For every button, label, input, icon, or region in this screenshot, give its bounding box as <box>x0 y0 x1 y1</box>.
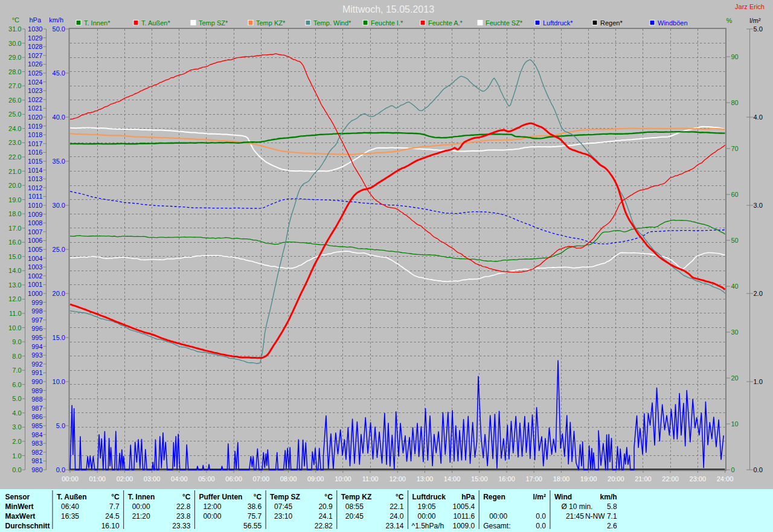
svg-text:20.9: 20.9 <box>318 502 333 511</box>
svg-text:10:00: 10:00 <box>335 475 351 482</box>
svg-text:1001: 1001 <box>28 281 42 288</box>
svg-text:00:00: 00:00 <box>132 502 150 511</box>
svg-text:9.0: 9.0 <box>12 338 21 345</box>
svg-text:Sensor: Sensor <box>5 493 30 501</box>
svg-text:50.0: 50.0 <box>53 25 65 33</box>
svg-text:16.0: 16.0 <box>8 239 21 246</box>
svg-text:22.8: 22.8 <box>176 502 191 511</box>
svg-text:22.1: 22.1 <box>390 502 404 511</box>
svg-text:°C: °C <box>396 493 404 501</box>
svg-text:Ø 10 min.: Ø 10 min. <box>561 502 592 511</box>
svg-text:70: 70 <box>731 145 739 152</box>
svg-text:20.0: 20.0 <box>8 182 21 189</box>
svg-text:0.0: 0.0 <box>754 466 763 473</box>
svg-text:983: 983 <box>31 440 42 447</box>
svg-text:18:00: 18:00 <box>553 475 570 482</box>
svg-text:km/h: km/h <box>49 16 63 24</box>
svg-text:19:05: 19:05 <box>418 502 436 511</box>
svg-text:1023: 1023 <box>28 87 42 94</box>
svg-text:Windböen: Windböen <box>658 19 688 27</box>
svg-text:02:00: 02:00 <box>117 475 133 482</box>
svg-text:21:45: 21:45 <box>566 512 584 521</box>
svg-text:1005: 1005 <box>28 246 42 253</box>
svg-text:30: 30 <box>731 328 739 336</box>
svg-text:995: 995 <box>31 334 42 341</box>
svg-text:1007: 1007 <box>28 228 42 236</box>
svg-text:40.0: 40.0 <box>53 114 65 121</box>
svg-text:21.0: 21.0 <box>8 168 21 175</box>
svg-text:5.0: 5.0 <box>56 422 65 429</box>
svg-text:1008: 1008 <box>28 219 42 226</box>
svg-text:17.0: 17.0 <box>8 225 21 232</box>
svg-text:Luftdruck*: Luftdruck* <box>543 19 573 27</box>
svg-text:23.14: 23.14 <box>385 522 403 530</box>
svg-text:23.8: 23.8 <box>176 512 191 521</box>
svg-text:Temp KZ: Temp KZ <box>341 493 371 501</box>
svg-text:Luftdruck: Luftdruck <box>412 493 446 501</box>
svg-text:7.0: 7.0 <box>12 367 21 374</box>
svg-text:1026: 1026 <box>28 60 42 68</box>
svg-text:08:55: 08:55 <box>345 502 364 511</box>
svg-text:986: 986 <box>31 413 42 420</box>
svg-text:05:00: 05:00 <box>198 475 215 482</box>
svg-text:0.0: 0.0 <box>56 466 65 473</box>
svg-text:991: 991 <box>31 369 42 376</box>
svg-text:20: 20 <box>731 374 739 382</box>
svg-text:20:00: 20:00 <box>608 475 624 482</box>
svg-text:1028: 1028 <box>28 43 42 50</box>
svg-text:16:35: 16:35 <box>61 512 79 521</box>
svg-text:4.0: 4.0 <box>12 409 21 417</box>
svg-text:994: 994 <box>31 343 42 350</box>
svg-text:1003: 1003 <box>28 263 42 271</box>
svg-text:%: % <box>726 17 733 24</box>
svg-text:4.0: 4.0 <box>754 114 763 121</box>
svg-text:1014: 1014 <box>28 167 42 174</box>
svg-text:984: 984 <box>31 431 42 438</box>
svg-text:23.0: 23.0 <box>8 139 21 146</box>
svg-text:12:00: 12:00 <box>203 502 221 511</box>
svg-text:990: 990 <box>31 378 42 385</box>
svg-text:12.0: 12.0 <box>8 295 21 303</box>
svg-text:2.0: 2.0 <box>754 290 763 297</box>
svg-text:30.0: 30.0 <box>8 40 21 47</box>
svg-text:hPa: hPa <box>461 493 475 501</box>
svg-text:1004: 1004 <box>28 255 42 262</box>
svg-text:08:00: 08:00 <box>280 475 297 482</box>
svg-text:1010: 1010 <box>28 202 42 209</box>
svg-text:38.6: 38.6 <box>248 502 262 511</box>
svg-text:24:00: 24:00 <box>717 475 734 482</box>
svg-text:N-NW 7.1: N-NW 7.1 <box>585 512 617 521</box>
svg-text:00:00: 00:00 <box>489 512 507 521</box>
svg-text:1011.6: 1011.6 <box>453 512 475 521</box>
svg-text:1027: 1027 <box>28 52 42 59</box>
svg-text:17:00: 17:00 <box>525 475 542 482</box>
svg-text:8.0: 8.0 <box>12 353 21 360</box>
svg-text:1.0: 1.0 <box>754 378 763 385</box>
svg-text:MaxWert: MaxWert <box>5 512 36 521</box>
svg-text:1011: 1011 <box>28 193 43 200</box>
svg-text:1012: 1012 <box>28 184 42 191</box>
svg-text:Jarz Erich: Jarz Erich <box>735 3 765 10</box>
svg-text:Wind: Wind <box>554 493 572 501</box>
svg-text:20.0: 20.0 <box>53 290 65 297</box>
svg-text:1009.0: 1009.0 <box>452 522 475 530</box>
svg-text:MinWert: MinWert <box>5 502 34 511</box>
svg-text:°C: °C <box>324 493 333 501</box>
svg-text:2.6: 2.6 <box>607 522 617 530</box>
svg-text:1.0: 1.0 <box>12 452 21 460</box>
svg-text:hPa: hPa <box>29 16 41 24</box>
svg-text:19:00: 19:00 <box>580 475 597 482</box>
svg-text:1009: 1009 <box>28 211 42 218</box>
svg-text:1020: 1020 <box>28 114 42 121</box>
svg-text:30.0: 30.0 <box>53 202 65 209</box>
svg-text:3.0: 3.0 <box>12 423 21 431</box>
svg-text:14:00: 14:00 <box>444 475 461 482</box>
svg-text:10.0: 10.0 <box>8 324 21 332</box>
svg-text:06:40: 06:40 <box>61 502 79 511</box>
svg-text:^1.5hPa/h: ^1.5hPa/h <box>412 522 444 530</box>
svg-text:25.0: 25.0 <box>53 246 65 253</box>
svg-text:Feuchte SZ*: Feuchte SZ* <box>486 19 523 27</box>
svg-text:998: 998 <box>31 307 42 315</box>
svg-text:Temp KZ*: Temp KZ* <box>256 19 286 27</box>
svg-text:10: 10 <box>731 420 739 428</box>
